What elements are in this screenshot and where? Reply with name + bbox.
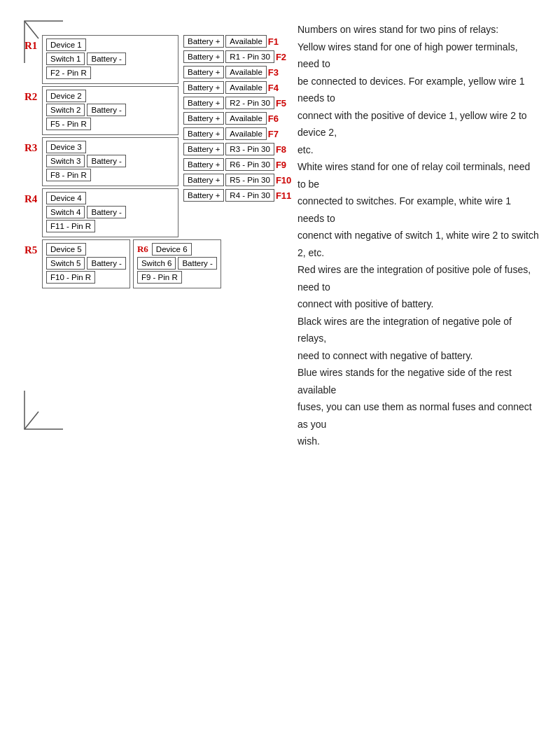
r1-device: Device 1 [46, 39, 86, 51]
desc-line-14: fuses, you can use them as normal fuses … [298, 398, 539, 433]
f4-label: F4 [268, 83, 286, 93]
f7-label: F7 [268, 129, 286, 139]
r3-switch: Switch 3 [46, 155, 85, 167]
f5-label: F5 [276, 98, 293, 109]
fuse-f7: Battery + Available F7 [183, 127, 293, 140]
f7-right: Available [225, 127, 266, 140]
fuse-f5: Battery + R2 - Pin 30 F5 [183, 97, 293, 109]
desc-line-2: Yellow wires stand for one of high power… [298, 39, 539, 73]
desc-line-5: etc. [298, 141, 539, 159]
r6-battery: Battery - [178, 257, 216, 270]
fuse-f10: Battery + R5 - Pin 30 F10 [183, 174, 293, 186]
desc-line-15: wish. [298, 433, 539, 450]
f1-label: F1 [268, 36, 286, 47]
r2-device: Device 2 [46, 90, 86, 102]
f5-right: R2 - Pin 30 [225, 97, 274, 109]
f9-left: Battery + [183, 158, 224, 171]
relay-r4: R4 Device 4 Switch 4 Battery - F11 - Pin… [42, 188, 178, 237]
fuse-f8: Battery + R3 - Pin 30 F8 [183, 143, 293, 155]
f11-label: F11 [276, 190, 293, 201]
r4-switch: Switch 4 [46, 206, 85, 218]
f6-label: F6 [268, 113, 286, 124]
r2-pin: F5 - Pin R [46, 118, 91, 130]
desc-line-7: connected to switches. For example, whit… [298, 193, 539, 227]
f2-label: F2 [276, 52, 293, 62]
r1-battery: Battery - [87, 53, 125, 65]
desc-line-4: connect with the positive of device 1, y… [298, 107, 539, 141]
f9-right: R6 - Pin 30 [225, 158, 274, 171]
relay-r3: R3 Device 3 Switch 3 Battery - F8 - Pin … [42, 137, 178, 186]
f2-left: Battery + [183, 50, 224, 63]
svg-line-1 [24, 412, 38, 429]
r5-device: Device 5 [46, 243, 86, 256]
f10-label: F10 [276, 175, 293, 186]
r1-switch: Switch 1 [46, 53, 85, 65]
fuse-f2: Battery + R1 - Pin 30 F2 [183, 50, 293, 63]
fuse-f6: Battery + Available F6 [183, 112, 293, 125]
r6-switch: Switch 6 [137, 257, 176, 270]
desc-line-8: conenct with negative of switch 1, white… [298, 227, 539, 261]
r2-battery: Battery - [87, 104, 125, 116]
f1-right: Available [225, 35, 266, 48]
f6-left: Battery + [183, 112, 224, 125]
fuse-f3: Battery + Available F3 [183, 66, 293, 78]
relay-r3-label: R3 [24, 142, 37, 154]
f10-left: Battery + [183, 174, 224, 186]
f2-right: R1 - Pin 30 [225, 50, 274, 63]
fuse-f4: Battery + Available F4 [183, 81, 293, 94]
f3-left: Battery + [183, 66, 224, 78]
relay-r4-label: R4 [24, 193, 37, 205]
fuse-f11: Battery + R4 - Pin 30 F11 [183, 189, 293, 202]
f3-right: Available [225, 66, 266, 78]
f11-left: Battery + [183, 189, 224, 202]
f8-right: R3 - Pin 30 [225, 143, 274, 155]
r4-pin: F11 - Pin R [46, 220, 95, 232]
f11-right: R4 - Pin 30 [225, 189, 274, 202]
f3-label: F3 [268, 67, 286, 78]
r3-pin: F8 - Pin R [46, 169, 91, 181]
r6-label-inline: R6 [137, 244, 148, 255]
relay-r2: R2 Device 2 Switch 2 Battery - F5 - Pin … [42, 86, 178, 135]
r5-pin: F10 - Pin R [46, 271, 95, 284]
r3-device: Device 3 [46, 141, 86, 153]
f6-right: Available [225, 112, 266, 125]
desc-line-13: Blue wires stands for the negative side … [298, 364, 539, 398]
r1-pin: F2 - Pin R [46, 67, 91, 79]
svg-line-0 [24, 21, 38, 39]
f5-left: Battery + [183, 97, 224, 109]
f4-left: Battery + [183, 81, 224, 94]
relay-r2-label: R2 [24, 91, 37, 103]
fuse-f9: Battery + R6 - Pin 30 F9 [183, 158, 293, 171]
desc-line-12: need to connect with negative of battery… [298, 347, 539, 365]
fuse-f1: Battery + Available F1 [183, 35, 293, 48]
relay-r1-label: R1 [24, 40, 37, 52]
r3-battery: Battery - [87, 155, 125, 167]
f10-right: R5 - Pin 30 [225, 174, 274, 186]
desc-line-9: Red wires are the integration of positiv… [298, 261, 539, 295]
desc-line-10: connect with positive of battery. [298, 295, 539, 313]
relay-r1: R1 Device 1 Switch 1 Battery - F2 - Pin … [42, 35, 178, 84]
r6-device: Device 6 [152, 243, 192, 256]
desc-line-11: Black wires are the integration of negat… [298, 313, 539, 347]
f9-label: F9 [276, 160, 293, 170]
description-panel: Numbers on wires stand for two pins of r… [294, 14, 546, 457]
relay-r5: R5 Device 5 Switch 5 Battery - F10 - Pin… [42, 239, 130, 288]
relay-r5-label: R5 [24, 244, 37, 256]
relay-r6: R6 R6 Device 6 Switch 6 Battery - F9 - P… [133, 239, 221, 288]
r4-device: Device 4 [46, 192, 86, 204]
f1-left: Battery + [183, 35, 224, 48]
desc-line-1: Numbers on wires stand for two pins of r… [298, 21, 539, 39]
bottom-bracket [18, 387, 66, 436]
f8-left: Battery + [183, 143, 224, 155]
r4-battery: Battery - [87, 206, 125, 218]
r5-switch: Switch 5 [46, 257, 85, 270]
r6-pin: F9 - Pin R [137, 271, 182, 284]
r5-battery: Battery - [87, 257, 125, 270]
f4-right: Available [225, 81, 266, 94]
f7-left: Battery + [183, 127, 224, 140]
r2-switch: Switch 2 [46, 104, 85, 116]
desc-line-6: White wires stand for one of relay coil … [298, 158, 539, 193]
desc-line-3: be connected to devices. For example, ye… [298, 73, 539, 107]
f8-label: F8 [276, 144, 293, 155]
